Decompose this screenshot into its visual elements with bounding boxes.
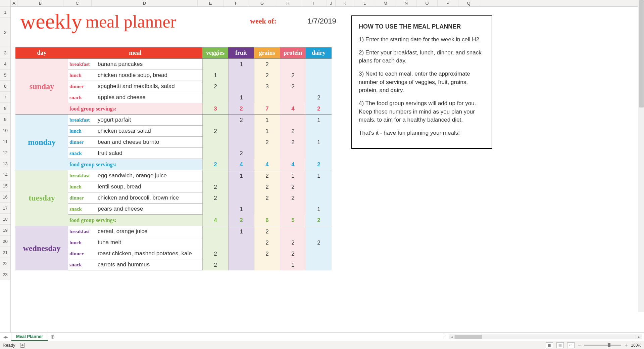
serving-cell[interactable]: 2 (306, 92, 332, 103)
col-header-N[interactable]: N (396, 0, 417, 6)
serving-cell[interactable] (228, 137, 254, 148)
serving-cell[interactable]: 2 (202, 126, 228, 137)
serving-cell[interactable] (202, 204, 228, 215)
serving-cell[interactable]: 2 (202, 181, 228, 192)
col-header-B[interactable]: B (17, 0, 63, 6)
zoom-slider[interactable] (584, 345, 621, 346)
serving-cell[interactable] (228, 259, 254, 270)
meal-text-cell[interactable]: cereal, orange juice (96, 228, 202, 235)
serving-cell[interactable]: 1 (228, 59, 254, 70)
serving-cell[interactable]: 1 (280, 170, 306, 181)
serving-cell[interactable]: 3 (254, 81, 280, 92)
serving-cell[interactable] (306, 70, 332, 81)
serving-cell[interactable] (228, 192, 254, 204)
serving-cell[interactable] (202, 92, 228, 103)
serving-cell[interactable]: 2 (254, 248, 280, 259)
serving-cell[interactable]: 2 (254, 237, 280, 248)
serving-cell[interactable]: 2 (280, 192, 306, 204)
serving-cell[interactable]: 1 (202, 70, 228, 81)
meal-text-cell[interactable]: spaghetti and meatballs, salad (96, 83, 202, 90)
row-header-8[interactable]: 8 (0, 103, 10, 114)
serving-cell[interactable]: 2 (202, 81, 228, 92)
row-header-5[interactable]: 5 (0, 70, 10, 81)
meal-text-cell[interactable]: egg sandwich, orange juice (96, 172, 202, 179)
row-header-6[interactable]: 6 (0, 81, 10, 92)
zoom-out-button[interactable]: − (578, 342, 581, 348)
hscroll-left-button[interactable]: ◂ (449, 335, 455, 339)
serving-cell[interactable]: 2 (254, 192, 280, 204)
col-header-H[interactable]: H (275, 0, 301, 6)
meal-text-cell[interactable]: carrots and hummus (96, 261, 202, 268)
meal-text-cell[interactable]: chicken caesar salad (96, 128, 202, 134)
col-header-P[interactable]: P (438, 0, 458, 6)
serving-cell[interactable] (228, 248, 254, 259)
serving-cell[interactable]: 2 (280, 181, 306, 192)
serving-cell[interactable]: 2 (280, 70, 306, 81)
serving-cell[interactable]: 2 (280, 81, 306, 92)
hscroll-right-button[interactable]: ▸ (636, 335, 642, 339)
select-all-corner[interactable] (0, 0, 10, 7)
serving-cell[interactable]: 1 (306, 137, 332, 148)
meal-text-cell[interactable]: roast chicken, mashed potatoes, kale (96, 250, 202, 257)
col-header-K[interactable]: K (336, 0, 354, 6)
serving-cell[interactable]: 1 (228, 204, 254, 215)
serving-cell[interactable]: 2 (254, 181, 280, 192)
serving-cell[interactable]: 2 (202, 259, 228, 270)
row-header-4[interactable]: 4 (0, 58, 10, 70)
serving-cell[interactable]: 2 (280, 137, 306, 148)
serving-cell[interactable]: 2 (280, 126, 306, 137)
serving-cell[interactable] (306, 126, 332, 137)
worksheet-grid[interactable]: weekly meal planner week of: 1/7/2019 da… (11, 7, 644, 270)
row-header-17[interactable]: 17 (0, 203, 10, 214)
col-header-O[interactable]: O (417, 0, 438, 6)
serving-cell[interactable] (280, 148, 306, 159)
row-header-2[interactable]: 2 (0, 18, 10, 47)
row-header-14[interactable]: 14 (0, 169, 10, 180)
row-header-7[interactable]: 7 (0, 92, 10, 103)
serving-cell[interactable] (306, 81, 332, 92)
serving-cell[interactable] (202, 148, 228, 159)
serving-cell[interactable]: 2 (280, 237, 306, 248)
serving-cell[interactable]: 2 (254, 137, 280, 148)
row-header-10[interactable]: 10 (0, 125, 10, 136)
row-header-20[interactable]: 20 (0, 236, 10, 247)
meal-text-cell[interactable]: lentil soup, bread (96, 183, 202, 190)
serving-cell[interactable] (254, 148, 280, 159)
sheet-tab-active[interactable]: Meal Planner (11, 333, 48, 341)
serving-cell[interactable] (228, 126, 254, 137)
row-header-16[interactable]: 16 (0, 191, 10, 203)
zoom-level[interactable]: 160% (631, 343, 641, 348)
serving-cell[interactable]: 1 (306, 115, 332, 126)
serving-cell[interactable] (228, 237, 254, 248)
meal-text-cell[interactable]: bean and cheese burrito (96, 139, 202, 145)
serving-cell[interactable] (280, 204, 306, 215)
meal-text-cell[interactable]: banana pancakes (96, 61, 202, 68)
row-header-1[interactable]: 1 (0, 7, 10, 18)
serving-cell[interactable] (254, 92, 280, 103)
col-header-J[interactable]: J (327, 0, 336, 6)
col-header-C[interactable]: C (63, 0, 92, 6)
serving-cell[interactable]: 2 (228, 148, 254, 159)
meal-text-cell[interactable]: chicken noodle soup, bread (96, 72, 202, 79)
weekof-date[interactable]: 1/7/2019 (307, 17, 336, 26)
row-header-9[interactable]: 9 (0, 114, 10, 125)
serving-cell[interactable] (202, 170, 228, 181)
serving-cell[interactable]: 1 (228, 226, 254, 237)
serving-cell[interactable]: 1 (306, 204, 332, 215)
hscroll-thumb[interactable] (455, 335, 482, 339)
tab-nav-prev[interactable]: ◂▸ (0, 333, 11, 341)
serving-cell[interactable] (202, 115, 228, 126)
zoom-in-button[interactable]: + (625, 342, 628, 348)
col-header-L[interactable]: L (354, 0, 375, 6)
serving-cell[interactable] (254, 259, 280, 270)
serving-cell[interactable]: 1 (280, 259, 306, 270)
col-header-M[interactable]: M (375, 0, 396, 6)
view-normal-button[interactable]: ▦ (546, 342, 553, 348)
view-page-layout-button[interactable]: ▤ (556, 342, 564, 348)
row-header-22[interactable]: 22 (0, 258, 10, 269)
row-header-3[interactable]: 3 (0, 47, 10, 58)
meal-text-cell[interactable]: apples and cheese (96, 94, 202, 101)
serving-cell[interactable]: 1 (254, 115, 280, 126)
serving-cell[interactable] (306, 181, 332, 192)
col-header-D[interactable]: D (92, 0, 198, 6)
